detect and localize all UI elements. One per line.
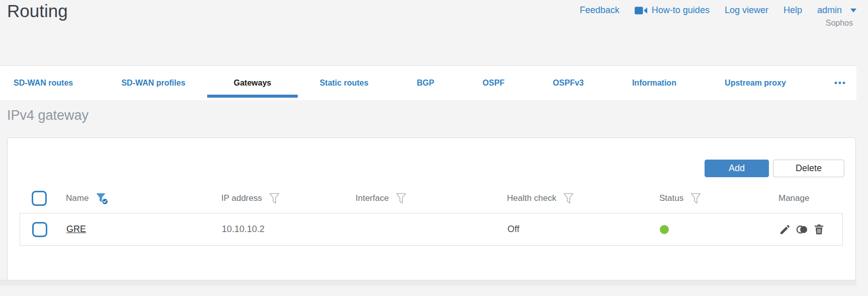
manage-actions: [779, 224, 842, 236]
feedback-label: Feedback: [580, 5, 620, 16]
column-header-name: Name: [66, 193, 89, 203]
gateway-name-link[interactable]: GRE: [66, 224, 86, 234]
tab-static-routes[interactable]: Static routes: [320, 66, 369, 100]
column-header-health-check: Health check: [507, 193, 556, 203]
user-menu[interactable]: admin: [817, 5, 856, 16]
log-viewer-label: Log viewer: [725, 5, 768, 16]
filter-active-icon[interactable]: [96, 192, 109, 205]
ipv4-gateway-panel: Add Delete Name IP address: [7, 137, 856, 285]
clone-icon[interactable]: [796, 224, 809, 236]
account-name: Sophos: [826, 19, 853, 28]
status-up-indicator: [660, 225, 669, 234]
tab-ospf[interactable]: OSPF: [483, 66, 505, 100]
tab-sdwan-profiles[interactable]: SD-WAN profiles: [121, 66, 185, 100]
filter-icon[interactable]: [690, 193, 701, 204]
table-row: GRE 10.10.10.2 Off: [20, 213, 843, 246]
table-header: Name IP address Interfac: [8, 184, 855, 213]
tab-gateways[interactable]: Gateways: [234, 66, 272, 100]
help-label: Help: [784, 5, 802, 16]
gateway-health-check: Off: [507, 224, 660, 235]
tab-sdwan-routes[interactable]: SD-WAN routes: [14, 66, 73, 100]
tab-ospfv3[interactable]: OSPFv3: [553, 66, 583, 100]
tab-upstream-proxy[interactable]: Upstream proxy: [725, 66, 786, 100]
delete-button[interactable]: Delete: [773, 160, 844, 177]
user-label: admin: [817, 5, 842, 16]
column-header-interface: Interface: [356, 193, 389, 203]
filter-icon[interactable]: [396, 193, 406, 204]
howto-guides-label: How-to guides: [652, 5, 710, 16]
page-header: Routing Feedback How-to guides Log viewe…: [0, 0, 856, 65]
footer-strip: [0, 280, 856, 285]
more-tabs-icon[interactable]: •••: [834, 66, 846, 100]
select-all-checkbox[interactable]: [32, 191, 47, 206]
page-title: Routing: [7, 1, 68, 21]
tab-information[interactable]: Information: [632, 66, 676, 100]
filter-icon[interactable]: [269, 193, 280, 204]
delete-icon[interactable]: [813, 224, 825, 236]
tab-bar: SD-WAN routes SD-WAN profiles Gateways S…: [0, 65, 856, 100]
toolbar: Add Delete: [8, 138, 855, 177]
filter-icon[interactable]: [563, 193, 574, 204]
videocam-icon: [635, 6, 647, 15]
add-button[interactable]: Add: [705, 160, 769, 177]
log-viewer-link[interactable]: Log viewer: [725, 5, 768, 16]
howto-guides-link[interactable]: How-to guides: [635, 5, 710, 16]
help-link[interactable]: Help: [784, 5, 802, 16]
tab-bgp[interactable]: BGP: [417, 66, 435, 100]
row-checkbox[interactable]: [32, 222, 47, 237]
section-heading: IPv4 gateway: [7, 105, 856, 125]
column-header-manage: Manage: [778, 193, 809, 203]
chevron-down-icon: [850, 9, 856, 13]
page: Routing Feedback How-to guides Log viewe…: [0, 0, 856, 285]
gateway-ip-address: 10.10.10.2: [222, 224, 356, 235]
column-header-status: Status: [659, 193, 683, 203]
column-header-ip-address: IP address: [221, 193, 262, 203]
top-nav: Feedback How-to guides Log viewer Help a…: [580, 5, 856, 16]
feedback-link[interactable]: Feedback: [580, 5, 620, 16]
edit-icon[interactable]: [779, 224, 791, 236]
